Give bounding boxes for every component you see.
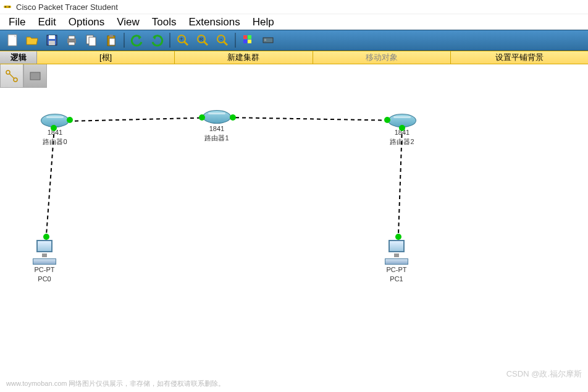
- svg-point-1: [5, 6, 6, 7]
- watermark-csdn: CSDN @政.福尔摩斯: [506, 369, 582, 380]
- workspace-canvas[interactable]: 1841 路由器0 1841 路由器1 1841 路由器2 PC-PT PC0 …: [0, 88, 588, 378]
- svg-line-16: [184, 41, 188, 45]
- menu-options[interactable]: Options: [62, 15, 111, 30]
- svg-rect-13: [109, 35, 113, 37]
- device-pc1[interactable]: PC-PT PC1: [384, 240, 409, 283]
- device-name-label: 路由器2: [388, 138, 416, 146]
- device-type-label: PC-PT: [32, 266, 57, 274]
- svg-line-22: [224, 41, 227, 45]
- svg-text:R: R: [200, 36, 203, 42]
- watermark-source: www.toymoban.com 网络图片仅供展示，非存储，如有侵权请联系删除。: [6, 379, 225, 388]
- menu-edit[interactable]: Edit: [32, 15, 62, 30]
- new-button[interactable]: [4, 32, 21, 49]
- device-name-label: 路由器0: [41, 138, 69, 146]
- router-icon: [203, 110, 231, 124]
- new-cluster-button[interactable]: 新建集群: [175, 51, 313, 64]
- svg-rect-14: [109, 38, 115, 45]
- svg-line-19: [204, 41, 208, 45]
- pc-icon: [384, 240, 409, 265]
- svg-rect-27: [248, 40, 251, 43]
- move-object-button[interactable]: 移动对象: [313, 51, 451, 64]
- svg-rect-5: [49, 35, 55, 39]
- root-button[interactable]: [根]: [37, 51, 175, 64]
- zoom-reset-button[interactable]: R: [194, 32, 211, 49]
- save-button[interactable]: [43, 32, 61, 49]
- undo-button[interactable]: [128, 32, 146, 49]
- physical-view-tab[interactable]: [23, 64, 47, 88]
- device-name-label: PC0: [32, 275, 57, 283]
- svg-rect-24: [243, 35, 247, 39]
- paste-button[interactable]: [103, 32, 120, 49]
- zoom-in-button[interactable]: +: [174, 32, 191, 49]
- print-button[interactable]: [63, 32, 80, 49]
- logical-tab[interactable]: 逻辑: [0, 51, 37, 64]
- svg-line-33: [9, 74, 14, 79]
- menu-extensions[interactable]: Extensions: [183, 15, 246, 30]
- toolbar-separator: [235, 33, 236, 48]
- link-status-dot: [67, 117, 73, 123]
- connection-lines: [0, 88, 588, 378]
- menu-help[interactable]: Help: [246, 15, 280, 30]
- open-button[interactable]: [23, 32, 41, 49]
- toolbar-separator: [169, 33, 170, 48]
- logical-view-tab[interactable]: [0, 64, 23, 88]
- device-router1[interactable]: 1841 路由器1: [203, 110, 231, 142]
- svg-rect-11: [89, 37, 96, 46]
- view-tabs: [0, 64, 588, 88]
- link-status-dot: [230, 114, 236, 121]
- redo-button[interactable]: [148, 32, 166, 49]
- svg-rect-25: [248, 35, 251, 39]
- menu-file[interactable]: File: [2, 15, 32, 30]
- link-status-dot: [384, 117, 390, 123]
- device-pc0[interactable]: PC-PT PC0: [32, 240, 57, 283]
- app-title: Cisco Packet Tracer Student: [16, 2, 118, 12]
- svg-line-35: [68, 117, 216, 121]
- device-name-label: 路由器1: [203, 134, 231, 142]
- custom-device-button[interactable]: [259, 32, 277, 49]
- copy-button[interactable]: [83, 32, 100, 49]
- palette-button[interactable]: [240, 32, 257, 49]
- svg-point-2: [9, 6, 10, 7]
- svg-line-36: [229, 117, 400, 121]
- device-name-label: PC1: [384, 275, 409, 283]
- app-icon: [2, 2, 12, 12]
- svg-rect-29: [264, 39, 266, 40]
- pc-icon: [32, 240, 57, 265]
- title-bar: Cisco Packet Tracer Student: [0, 0, 588, 14]
- svg-text:+: +: [180, 36, 183, 42]
- svg-rect-34: [30, 72, 40, 80]
- zoom-out-button[interactable]: -: [214, 32, 231, 49]
- device-type-label: PC-PT: [384, 266, 409, 274]
- svg-rect-26: [243, 40, 247, 43]
- svg-rect-9: [69, 42, 75, 45]
- device-model-label: 1841: [203, 125, 231, 133]
- link-status-dot: [395, 234, 401, 240]
- logical-bar: 逻辑 [根] 新建集群 移动对象 设置平铺背景: [0, 51, 588, 64]
- toolbar-separator: [124, 33, 125, 48]
- svg-rect-6: [49, 41, 55, 45]
- svg-rect-30: [264, 40, 266, 41]
- menu-tools[interactable]: Tools: [146, 15, 183, 30]
- menu-bar: File Edit Options View Tools Extensions …: [0, 14, 588, 30]
- link-status-dot: [43, 234, 49, 240]
- link-status-dot: [399, 125, 405, 131]
- menu-view[interactable]: View: [111, 15, 146, 30]
- main-toolbar: + R -: [0, 30, 588, 51]
- svg-text:-: -: [220, 36, 222, 42]
- set-background-button[interactable]: 设置平铺背景: [451, 51, 588, 64]
- link-status-dot: [199, 114, 205, 121]
- link-status-dot: [51, 125, 57, 131]
- svg-rect-8: [69, 36, 75, 39]
- svg-rect-0: [4, 6, 11, 8]
